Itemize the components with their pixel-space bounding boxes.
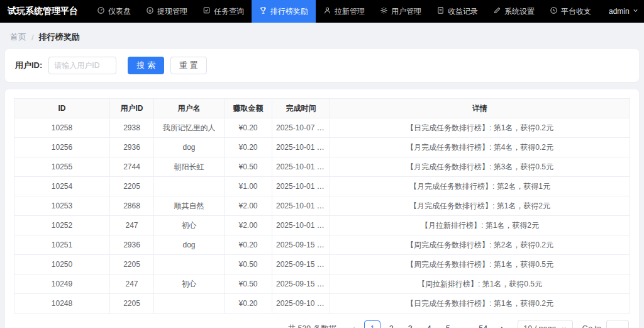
pagination: 共 539 条数据 1 2 3 4 5 ••• 54 10 / page Go …: [14, 314, 630, 328]
table-cell: 10254: [14, 177, 110, 196]
nav-item-platform-finance[interactable]: 平台收支: [542, 0, 599, 23]
table-cell: ¥0.20: [225, 118, 272, 138]
goto-page-input[interactable]: [606, 320, 629, 328]
table-cell: 2938: [110, 118, 154, 138]
table-cell: 【月拉新排行榜】: 第1名，获得2元: [330, 216, 630, 235]
page-button-3[interactable]: 3: [402, 320, 418, 328]
prev-page-button[interactable]: [345, 320, 362, 328]
table-body: 102582938我所记忆里的人¥0.202025-10-07 01:25:02…: [14, 118, 630, 314]
table-cell: ¥0.20: [225, 138, 272, 157]
gear-icon: [380, 6, 388, 16]
table-cell: ¥2.00: [225, 216, 272, 235]
page-button-last[interactable]: 54: [475, 320, 491, 328]
table-cell: dog: [154, 235, 225, 255]
nav-menu: 仪表盘 提现管理 任务查询 排行榜奖励 拉新管理 用户管理 收益记录 系统设置: [89, 0, 599, 23]
table-cell: 2025-10-01 01:35:03: [272, 177, 330, 196]
pencil-icon: [493, 6, 501, 16]
withdraw-icon: [146, 6, 154, 16]
table-cell: 10250: [14, 255, 110, 274]
table-cell: 2025-10-01 01:35:03: [272, 138, 330, 157]
table-cell: 247: [110, 274, 154, 294]
table-cell: [154, 255, 225, 274]
clock-icon: [550, 6, 558, 16]
user-id-input[interactable]: [48, 57, 116, 74]
table-cell: 2025-09-15 01:15:02: [272, 274, 330, 294]
record-icon: [436, 6, 445, 16]
more-pages-icon[interactable]: •••: [458, 320, 472, 328]
table-cell: 2205: [110, 294, 154, 314]
page-button-5[interactable]: 5: [440, 320, 456, 328]
page-button-1[interactable]: 1: [364, 320, 380, 328]
column-header-id: ID: [14, 99, 110, 118]
nav-item-label: 收益记录: [448, 6, 478, 17]
app-title: 试玩系统管理平台: [0, 0, 89, 23]
table-cell: 初心: [154, 216, 225, 235]
nav-item-label: 拉新管理: [335, 6, 365, 17]
nav-item-referral[interactable]: 拉新管理: [316, 0, 372, 23]
nav-item-label: 平台收支: [561, 6, 591, 17]
column-header-username: 用户名: [154, 99, 225, 118]
table-cell: 10252: [14, 216, 110, 235]
nav-item-system-settings[interactable]: 系统设置: [486, 0, 542, 23]
page-button-2[interactable]: 2: [383, 320, 399, 328]
breadcrumb-current: 排行榜奖励: [39, 31, 80, 43]
top-nav: 试玩系统管理平台 仪表盘 提现管理 任务查询 排行榜奖励 拉新管理 用户管理 收: [0, 0, 644, 23]
chevron-down-icon: [561, 324, 567, 328]
breadcrumb-home[interactable]: 首页: [10, 31, 26, 43]
rewards-table-panel: ID 用户ID 用户名 赚取金额 完成时间 详情 102582938我所记忆里的…: [5, 89, 639, 328]
table-row: 102532868顺其自然¥2.002025-10-01 01:35:02【月完…: [14, 196, 630, 216]
nav-item-leaderboard-rewards[interactable]: 排行榜奖励: [252, 0, 316, 23]
table-cell: 10255: [14, 157, 110, 177]
table-cell: dog: [154, 138, 225, 157]
table-cell: 2205: [110, 177, 154, 196]
table-cell: 2205: [110, 255, 154, 274]
nav-item-label: 提现管理: [157, 6, 187, 17]
column-header-finish-time: 完成时间: [272, 99, 330, 118]
nav-item-label: 仪表盘: [108, 6, 131, 17]
search-button[interactable]: 搜 索: [128, 57, 164, 74]
table-cell: 【周完成任务数排行榜】: 第1名，获得0.5元: [330, 255, 630, 274]
table-cell: 10256: [14, 138, 110, 157]
table-cell: 2025-09-10 01:25:02: [272, 294, 330, 314]
table-cell: 2868: [110, 196, 154, 216]
table-cell: 初心: [154, 274, 225, 294]
reset-button[interactable]: 重 置: [170, 57, 207, 74]
next-page-button[interactable]: [494, 320, 510, 328]
table-row: 102582938我所记忆里的人¥0.202025-10-07 01:25:02…: [14, 118, 630, 138]
nav-item-withdraw[interactable]: 提现管理: [138, 0, 195, 23]
table-cell: 【日完成任务数排行榜】: 第1名，获得0.2元: [330, 118, 630, 138]
column-header-detail: 详情: [330, 99, 630, 118]
user-menu[interactable]: admin: [599, 0, 644, 23]
nav-item-label: 系统设置: [504, 6, 535, 17]
table-cell: 2025-10-01 01:35:02: [272, 196, 330, 216]
table-cell: ¥0.50: [225, 274, 272, 294]
table-cell: 10248: [14, 294, 110, 314]
table-cell: 我所记忆里的人: [154, 118, 225, 138]
table-cell: 2744: [110, 157, 154, 177]
trophy-icon: [259, 6, 267, 16]
table-row: 102552744朝阳长虹¥0.502025-10-01 01:35:03【月完…: [14, 157, 630, 177]
table-cell: 【日完成任务数排行榜】: 第1名，获得0.2元: [330, 294, 630, 314]
table-cell: ¥0.20: [225, 294, 272, 314]
nav-item-label: 任务查询: [214, 6, 244, 17]
chevron-down-icon: [632, 7, 639, 16]
page-size-select[interactable]: 10 / page: [518, 320, 573, 328]
page-button-4[interactable]: 4: [421, 320, 437, 328]
page-size-value: 10 / page: [523, 324, 556, 328]
breadcrumb-separator: /: [31, 33, 34, 42]
nav-item-user-management[interactable]: 用户管理: [372, 0, 429, 23]
table-cell: 2025-09-15 01:30:03: [272, 235, 330, 255]
nav-item-earnings-records[interactable]: 收益记录: [429, 0, 486, 23]
table-cell: 2025-10-07 01:25:02: [272, 118, 330, 138]
table-cell: 朝阳长虹: [154, 157, 225, 177]
nav-item-dashboard[interactable]: 仪表盘: [89, 0, 138, 23]
nav-item-task-query[interactable]: 任务查询: [195, 0, 252, 23]
table-cell: 顺其自然: [154, 196, 225, 216]
table-cell: 10249: [14, 274, 110, 294]
nav-item-label: 用户管理: [391, 6, 421, 17]
table-cell: 【周拉新排行榜】: 第1名，获得0.5元: [330, 274, 630, 294]
table-cell: ¥0.20: [225, 235, 272, 255]
column-header-user-id: 用户ID: [110, 99, 154, 118]
table-cell: ¥1.00: [225, 177, 272, 196]
table-row: 102482205¥0.202025-09-10 01:25:02【日完成任务数…: [14, 294, 630, 314]
